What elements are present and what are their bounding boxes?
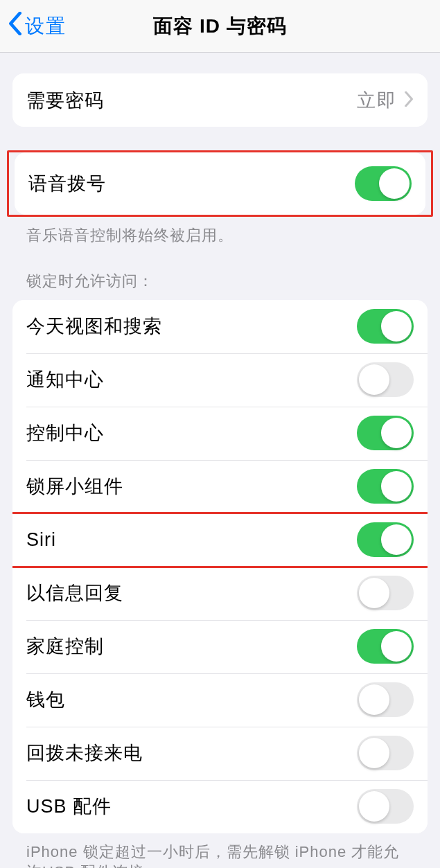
voice-dial-toggle[interactable] <box>355 166 412 201</box>
lock-item-toggle[interactable] <box>357 362 414 397</box>
toggle-knob <box>359 578 389 608</box>
toggle-knob <box>359 364 389 395</box>
lock-item-label: 锁屏小组件 <box>26 474 123 499</box>
lock-item-toggle[interactable] <box>357 469 414 504</box>
toggle-knob <box>381 418 412 448</box>
toggle-knob <box>381 524 412 555</box>
toggle-knob <box>381 471 412 502</box>
toggle-knob <box>379 168 410 199</box>
toggle-knob <box>359 684 389 715</box>
lock-item-row[interactable]: 控制中心 <box>12 407 428 460</box>
lock-item-label: USB 配件 <box>26 794 112 819</box>
lock-item-label: 今天视图和搜索 <box>26 314 162 339</box>
lock-item-row[interactable]: 通知中心 <box>12 353 428 407</box>
lock-item-label: 以信息回复 <box>26 581 123 605</box>
lock-item-row[interactable]: 以信息回复 <box>12 567 428 620</box>
highlight-voice-dial: 语音拨号 <box>7 150 433 217</box>
lock-item-toggle[interactable] <box>357 416 414 450</box>
lock-access-group: 今天视图和搜索通知中心控制中心锁屏小组件Siri以信息回复家庭控制钱包回拨未接来… <box>12 300 428 833</box>
voice-dial-row[interactable]: 语音拨号 <box>15 152 425 215</box>
lock-item-row[interactable]: Siri <box>12 513 428 567</box>
content: 需要密码 立即 语音拨号 音乐语音控制将始终被启用。 锁定时允许访问： 今天视图 <box>0 73 440 868</box>
lock-item-toggle[interactable] <box>357 576 414 610</box>
lock-item-row[interactable]: 家庭控制 <box>12 620 428 673</box>
usb-footer: iPhone 锁定超过一小时后，需先解锁 iPhone 才能允许USB 配件连接… <box>0 833 440 868</box>
lock-item-label: 家庭控制 <box>26 634 104 659</box>
toggle-knob <box>381 631 412 662</box>
lock-item-toggle[interactable] <box>357 309 414 344</box>
lock-item-label: 通知中心 <box>26 367 104 392</box>
back-button[interactable]: 设置 <box>0 12 67 40</box>
lock-item-toggle[interactable] <box>357 682 414 717</box>
row-right: 立即 <box>357 88 414 113</box>
chevron-left-icon <box>8 12 22 40</box>
chevron-right-icon <box>404 91 414 109</box>
lock-item-row[interactable]: 锁屏小组件 <box>12 460 428 513</box>
lock-item-toggle[interactable] <box>357 629 414 664</box>
require-passcode-group: 需要密码 立即 <box>12 73 428 127</box>
nav-header: 设置 面容 ID 与密码 <box>0 0 440 53</box>
voice-dial-label: 语音拨号 <box>28 171 106 196</box>
lock-item-row[interactable]: 钱包 <box>12 673 428 727</box>
back-label: 设置 <box>25 13 67 39</box>
lock-item-toggle[interactable] <box>357 789 414 824</box>
lock-item-label: 钱包 <box>26 687 65 712</box>
voice-dial-footer: 音乐语音控制将始终被启用。 <box>0 217 440 246</box>
lock-item-row[interactable]: 回拨未接来电 <box>12 727 428 780</box>
lock-item-label: Siri <box>26 529 56 551</box>
toggle-knob <box>359 738 389 768</box>
lock-section-header: 锁定时允许访问： <box>0 246 440 292</box>
require-passcode-value: 立即 <box>357 88 397 113</box>
lock-item-label: 控制中心 <box>26 420 104 445</box>
toggle-knob <box>359 791 389 822</box>
lock-item-row[interactable]: 今天视图和搜索 <box>12 300 428 353</box>
require-passcode-label: 需要密码 <box>26 88 104 113</box>
voice-dial-group: 语音拨号 <box>15 152 425 215</box>
lock-item-toggle[interactable] <box>357 736 414 770</box>
toggle-knob <box>381 311 412 342</box>
require-passcode-row[interactable]: 需要密码 立即 <box>12 73 428 127</box>
lock-item-label: 回拨未接来电 <box>26 741 143 765</box>
lock-item-row[interactable]: USB 配件 <box>12 780 428 833</box>
lock-item-toggle[interactable] <box>357 522 414 557</box>
